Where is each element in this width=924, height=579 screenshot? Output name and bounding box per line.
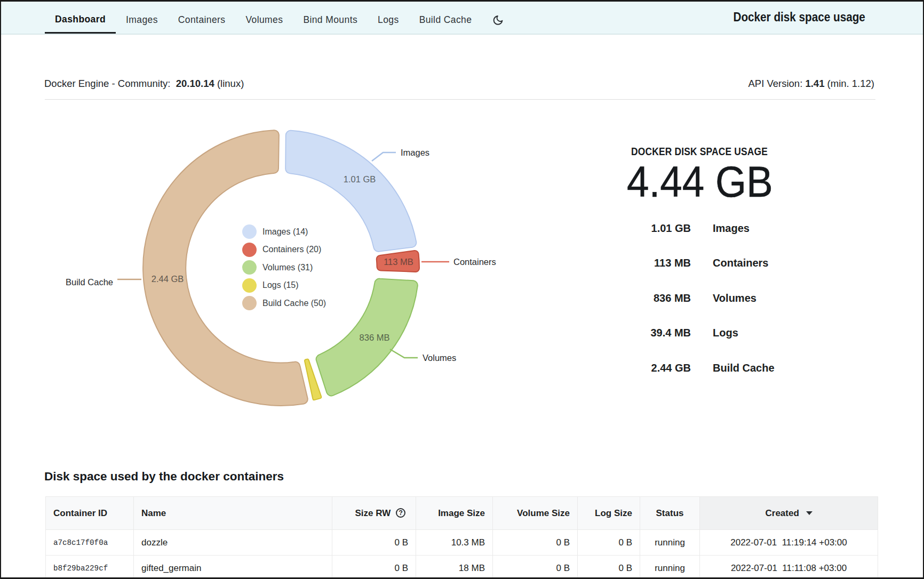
- svg-text:2.44 GB: 2.44 GB: [152, 274, 184, 284]
- svg-text:Build Cache: Build Cache: [66, 277, 113, 287]
- svg-text:Containers: Containers: [453, 257, 496, 267]
- svg-text:Volumes: Volumes: [423, 353, 456, 363]
- svg-text:Images: Images: [401, 148, 429, 157]
- svg-text:836 MB: 836 MB: [360, 333, 390, 342]
- svg-text:113 MB: 113 MB: [384, 257, 413, 267]
- svg-text:1.01 GB: 1.01 GB: [344, 174, 376, 184]
